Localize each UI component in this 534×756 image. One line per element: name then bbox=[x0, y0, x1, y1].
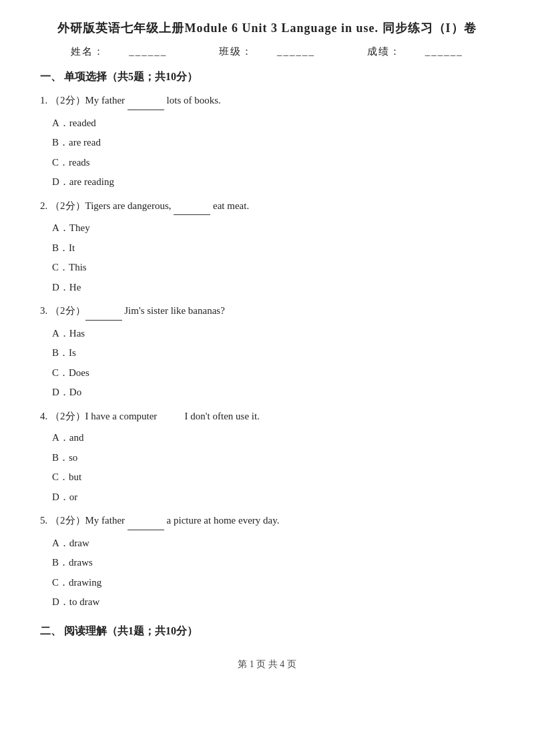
question-5: 5. （2分）My father a picture at home every… bbox=[40, 512, 494, 611]
class-label: 班级：______ bbox=[207, 46, 331, 57]
page-footer: 第 1 页 共 4 页 bbox=[40, 658, 494, 671]
question-5-optionB: B．draws bbox=[52, 554, 494, 572]
question-5-optionD: D．to draw bbox=[52, 594, 494, 611]
question-1-stem: 1. （2分）My father lots of books. bbox=[40, 92, 494, 110]
question-4-optionB: B．so bbox=[52, 449, 494, 467]
question-1-optionB: B．are read bbox=[52, 134, 494, 152]
section1-title: 一、 单项选择（共5题；共10分） bbox=[40, 70, 494, 84]
question-3-optionA: A．Has bbox=[52, 325, 494, 343]
question-3-optionD: D．Do bbox=[52, 384, 494, 401]
question-2-optionC: C．This bbox=[52, 259, 494, 276]
section2: 二、 阅读理解（共1题；共10分） bbox=[40, 624, 494, 638]
score-label: 成绩：______ bbox=[355, 46, 475, 57]
question-2-optionA: A．They bbox=[52, 220, 494, 237]
name-label: 姓名：______ bbox=[59, 46, 183, 57]
question-5-optionA: A．draw bbox=[52, 535, 494, 552]
question-5-stem: 5. （2分）My father a picture at home every… bbox=[40, 512, 494, 530]
section1: 一、 单项选择（共5题；共10分） 1. （2分）My father lots … bbox=[40, 70, 494, 611]
question-4-optionC: C．but bbox=[52, 469, 494, 486]
question-5-optionC: C．drawing bbox=[52, 574, 494, 592]
question-4: 4. （2分）I have a computer I don't often u… bbox=[40, 408, 494, 506]
section2-title: 二、 阅读理解（共1题；共10分） bbox=[40, 624, 494, 638]
question-2-optionD: D．He bbox=[52, 279, 494, 297]
question-1-optionC: C．reads bbox=[52, 154, 494, 172]
question-3-stem: 3. （2分） Jim's sister like bananas? bbox=[40, 303, 494, 321]
question-4-optionA: A．and bbox=[52, 429, 494, 447]
question-2-optionB: B．It bbox=[52, 240, 494, 257]
student-info: 姓名：______ 班级：______ 成绩：______ bbox=[40, 45, 494, 58]
question-3-optionC: C．Does bbox=[52, 365, 494, 382]
question-4-stem: 4. （2分）I have a computer I don't often u… bbox=[40, 408, 494, 425]
question-4-optionD: D．or bbox=[52, 489, 494, 506]
question-1: 1. （2分）My father lots of books. A．readed… bbox=[40, 92, 494, 191]
question-3-optionB: B．Is bbox=[52, 345, 494, 362]
question-1-optionA: A．readed bbox=[52, 115, 494, 132]
page-title: 外研版英语七年级上册Module 6 Unit 3 Language in us… bbox=[40, 20, 494, 36]
question-2: 2. （2分）Tigers are dangerous, eat meat. A… bbox=[40, 198, 494, 297]
question-3: 3. （2分） Jim's sister like bananas? A．Has… bbox=[40, 303, 494, 401]
question-2-stem: 2. （2分）Tigers are dangerous, eat meat. bbox=[40, 198, 494, 216]
question-1-optionD: D．are reading bbox=[52, 174, 494, 191]
